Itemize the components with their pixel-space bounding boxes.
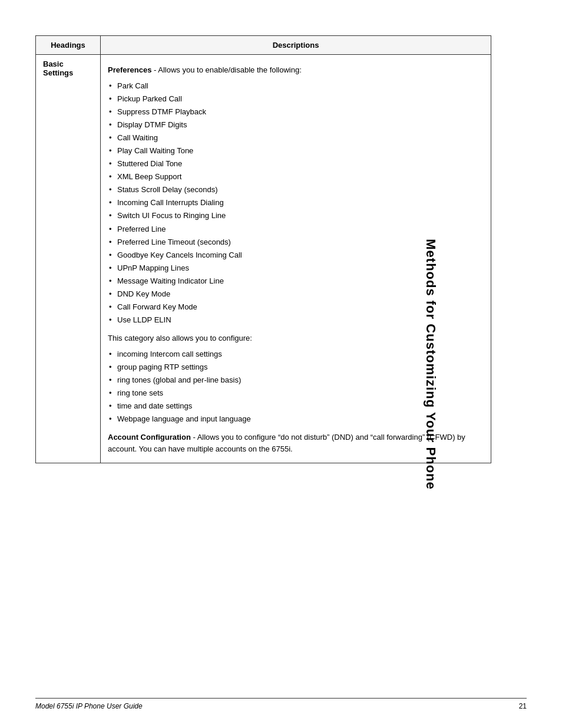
row-description: Preferences - Allows you to enable/disab… <box>101 55 491 463</box>
list-item: incoming Intercom call settings <box>108 348 484 361</box>
list-item: Pickup Parked Call <box>108 93 484 106</box>
preferences-intro-text: - Allows you to enable/disable the follo… <box>151 65 301 74</box>
list-item: Switch UI Focus to Ringing Line <box>108 209 484 222</box>
list-item: Status Scroll Delay (seconds) <box>108 183 484 196</box>
list-item: Suppress DTMF Playback <box>108 106 484 118</box>
list-item: Goodbye Key Cancels Incoming Call <box>108 249 484 262</box>
list-item: Play Call Waiting Tone <box>108 144 484 157</box>
list-item: UPnP Mapping Lines <box>108 262 484 275</box>
list-item: ring tones (global and per-line basis) <box>108 374 484 387</box>
footer-page-number: 21 <box>519 702 527 710</box>
list-item: XML Beep Support <box>108 170 484 183</box>
list-item: DND Key Mode <box>108 288 484 301</box>
list-item: Webpage language and input language <box>108 413 484 426</box>
list-item: Park Call <box>108 80 484 93</box>
header-headings: Headings <box>36 36 101 55</box>
bullet-list-2: incoming Intercom call settings group pa… <box>108 348 484 426</box>
bullet-list-1: Park Call Pickup Parked Call Suppress DT… <box>108 80 484 327</box>
preferences-intro: Preferences - Allows you to enable/disab… <box>108 64 484 76</box>
main-content: Headings Descriptions BasicSettings Pref… <box>35 35 491 463</box>
list-item: Incoming Call Interrupts Dialing <box>108 196 484 209</box>
page-container: Methods for Customizing Your Phone Headi… <box>0 0 562 728</box>
list-item: Use LLDP ELIN <box>108 314 484 327</box>
row-heading: BasicSettings <box>36 55 101 463</box>
preferences-label: Preferences <box>108 65 151 74</box>
table-header-row: Headings Descriptions <box>36 36 491 55</box>
header-descriptions: Descriptions <box>101 36 491 55</box>
list-item: Preferred Line Timeout (seconds) <box>108 236 484 249</box>
list-item: Preferred Line <box>108 223 484 236</box>
footer-left: Model 6755i IP Phone User Guide <box>35 702 143 710</box>
list-item: Call Forward Key Mode <box>108 301 484 314</box>
account-config-label: Account Configuration <box>108 433 191 442</box>
list-item: Message Waiting Indicator Line <box>108 275 484 288</box>
list-item: Call Waiting <box>108 131 484 144</box>
list-item: ring tone sets <box>108 387 484 400</box>
main-table: Headings Descriptions BasicSettings Pref… <box>35 35 491 463</box>
footer: Model 6755i IP Phone User Guide 21 <box>35 698 527 710</box>
table-row: BasicSettings Preferences - Allows you t… <box>36 55 491 463</box>
list-item: group paging RTP settings <box>108 361 484 374</box>
list-item: Stuttered Dial Tone <box>108 157 484 170</box>
list-item: time and date settings <box>108 400 484 413</box>
list-item: Display DTMF Digits <box>108 118 484 131</box>
